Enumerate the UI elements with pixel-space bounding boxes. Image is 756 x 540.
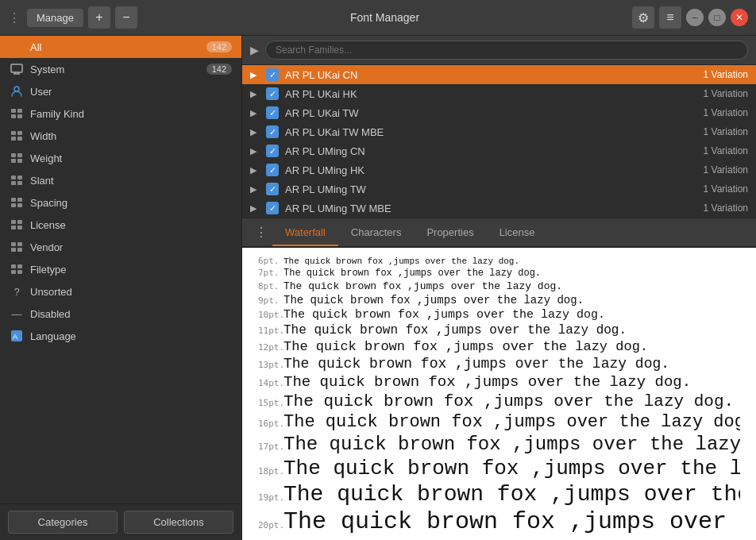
maximize-button[interactable]: □: [708, 9, 726, 26]
font-checkbox[interactable]: [266, 106, 279, 119]
preview-text: The quick brown fox ,jumps over the lazy…: [284, 323, 627, 338]
close-icon: ✕: [735, 12, 743, 23]
slant-icon: [10, 173, 24, 187]
svg-rect-35: [11, 270, 16, 274]
svg-rect-27: [11, 226, 16, 230]
font-row[interactable]: ▶ AR PL UMing CN 1 Variation: [242, 141, 756, 160]
svg-rect-34: [17, 264, 22, 268]
pt-label: 19pt.: [258, 492, 284, 503]
expand-arrow-icon: ▶: [250, 127, 260, 137]
search-input[interactable]: [265, 40, 748, 60]
sidebar-label-spacing: Spacing: [30, 197, 232, 209]
svg-rect-28: [17, 226, 22, 230]
font-checkbox[interactable]: [266, 164, 279, 176]
font-name: AR PL UMing CN: [285, 145, 697, 157]
sidebar-label-language: Language: [30, 330, 232, 342]
font-row[interactable]: ▶ AR PL UMing TW MBE 1 Variation: [242, 199, 756, 218]
pt-label: 7pt.: [258, 268, 284, 278]
sidebar-item-family-kind[interactable]: Family Kind: [0, 102, 241, 125]
tab-menu-button[interactable]: ⋮: [250, 218, 272, 246]
svg-rect-24: [17, 203, 22, 207]
svg-point-4: [14, 87, 19, 91]
sidebar-item-user[interactable]: User: [0, 80, 241, 102]
expand-arrow-icon: ▶: [250, 165, 260, 176]
font-checkbox[interactable]: [266, 125, 279, 138]
expand-arrow-icon: ▶: [250, 70, 260, 80]
sidebar-item-language[interactable]: A Language: [0, 325, 241, 347]
font-checkbox[interactable]: [266, 202, 279, 214]
font-row[interactable]: ▶ AR PL UMing HK 1 Variation: [242, 160, 756, 179]
sidebar-label-filetype: Filetype: [30, 264, 232, 276]
tab-characters[interactable]: Characters: [338, 220, 415, 246]
svg-rect-33: [11, 264, 16, 268]
sidebar-item-system[interactable]: System 142: [0, 58, 241, 80]
svg-rect-14: [17, 153, 22, 157]
preview-line: 11pt. The quick brown fox ,jumps over th…: [258, 323, 740, 338]
font-variation: 1 Variation: [704, 126, 748, 137]
pt-label: 20pt.: [258, 520, 284, 530]
search-row: ▶: [242, 36, 756, 65]
pt-label: 11pt.: [258, 326, 284, 336]
font-checkbox[interactable]: [266, 87, 279, 100]
font-row[interactable]: ▶ AR PL UKai HK 1 Variation: [242, 84, 756, 103]
sidebar-item-weight[interactable]: Weight: [0, 147, 241, 169]
sidebar-item-vendor[interactable]: Vendor: [0, 236, 241, 258]
item-count: 142: [206, 64, 232, 75]
svg-rect-11: [11, 137, 16, 141]
expand-button[interactable]: ▶: [250, 44, 259, 56]
font-checkbox[interactable]: [266, 183, 279, 195]
menu-button[interactable]: ≡: [659, 6, 681, 29]
sidebar-item-slant[interactable]: Slant: [0, 169, 241, 191]
font-row[interactable]: ▶ AR PL UKai CN 1 Variation: [242, 65, 756, 84]
svg-rect-36: [17, 270, 22, 274]
svg-rect-6: [17, 109, 22, 113]
sidebar-item-unsorted[interactable]: ? Unsorted: [0, 280, 241, 303]
font-checkbox[interactable]: [266, 145, 279, 157]
expand-arrow-icon: ▶: [250, 184, 260, 195]
tab-waterfall[interactable]: Waterfall: [272, 220, 338, 246]
tab-properties[interactable]: Properties: [414, 220, 486, 246]
gear-button[interactable]: ⚙: [632, 6, 654, 29]
sidebar-item-all[interactable]: B All 142: [0, 36, 241, 58]
pt-label: 8pt.: [258, 281, 284, 291]
font-row[interactable]: ▶ AR PL UMing TW 1 Variation: [242, 179, 756, 199]
sidebar-item-license[interactable]: License: [0, 214, 241, 236]
manage-button[interactable]: Manage: [27, 9, 83, 27]
user-icon: [10, 84, 24, 98]
categories-button[interactable]: Categories: [8, 511, 118, 534]
sidebar-label-weight: Weight: [30, 152, 232, 164]
language-icon: A: [10, 329, 24, 343]
preview-line: 16pt. The quick brown fox ,jumps over th…: [258, 412, 740, 432]
svg-rect-13: [11, 153, 16, 157]
font-name: AR PL UKai HK: [285, 88, 697, 100]
unsorted-icon: ?: [10, 284, 24, 299]
minimize-button[interactable]: –: [686, 9, 704, 26]
tab-license[interactable]: License: [487, 220, 548, 246]
remove-button[interactable]: −: [115, 6, 137, 29]
preview-text: The quick brown fox ,jumps over the lazy…: [284, 256, 519, 266]
svg-rect-18: [17, 176, 22, 179]
disabled-icon: —: [10, 307, 24, 321]
family-kind-icon: [10, 106, 24, 121]
vendor-icon: [10, 240, 24, 254]
sidebar-item-filetype[interactable]: Filetype: [0, 258, 241, 280]
drag-handle-icon: ⋮: [8, 10, 21, 25]
close-button[interactable]: ✕: [731, 9, 748, 26]
sidebar-list: B All 142 System 142 User Family Kind Wi…: [0, 36, 241, 503]
font-row[interactable]: ▶ AR PL UKai TW 1 Variation: [242, 103, 756, 122]
svg-rect-8: [17, 114, 22, 118]
sidebar-label-system: System: [30, 64, 200, 75]
sidebar-label-family-kind: Family Kind: [30, 108, 232, 120]
sidebar-footer: Categories Collections: [0, 503, 241, 540]
preview-line: 20pt. The quick brown fox ,jumps over th…: [258, 508, 740, 535]
sidebar-item-disabled[interactable]: — Disabled: [0, 303, 241, 325]
add-button[interactable]: +: [88, 6, 110, 29]
preview-line: 17pt. The quick brown fox ,jumps over th…: [258, 434, 740, 455]
sidebar-item-width[interactable]: Width: [0, 125, 241, 147]
font-row[interactable]: ▶ AR PL UKai TW MBE 1 Variation: [242, 122, 756, 141]
sidebar-item-spacing[interactable]: Spacing: [0, 191, 241, 214]
font-checkbox[interactable]: [266, 68, 279, 81]
svg-rect-16: [17, 159, 22, 163]
minimize-icon: –: [692, 12, 698, 23]
collections-button[interactable]: Collections: [124, 511, 233, 534]
